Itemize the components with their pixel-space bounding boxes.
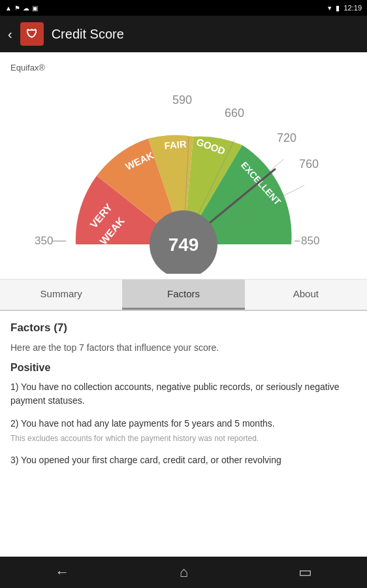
factors-description: Here are the top 7 factors that influenc…: [10, 342, 357, 353]
factor-note-2: This excludes accounts for which the pay…: [10, 433, 357, 444]
svg-text:720: 720: [277, 131, 296, 144]
app-title: Credit Score: [52, 27, 124, 42]
svg-text:749: 749: [168, 235, 199, 255]
wifi-icon: ▾: [328, 4, 332, 12]
gauge-wrapper: 590 660 720 760 350 850 VERY: [27, 78, 340, 274]
gauge-container: Equifax® 590 660 720 760 350 850: [0, 52, 367, 280]
positive-heading: Positive: [10, 362, 357, 374]
factor-item-2: 2) You have not had any late payments fo…: [10, 417, 357, 444]
app-icon: 🛡: [20, 22, 44, 46]
svg-text:760: 760: [299, 157, 319, 171]
app-bar: ‹ 🛡 Credit Score: [0, 16, 367, 52]
factor-text-3: 3) You opened your first charge card, cr…: [10, 453, 357, 467]
tab-summary[interactable]: Summary: [0, 280, 122, 310]
bottom-nav: ← ⌂ ▭: [0, 557, 367, 588]
factor-item-3: 3) You opened your first charge card, cr…: [10, 453, 357, 467]
tab-about[interactable]: About: [245, 280, 367, 310]
factor-item-1: 1) You have no collection accounts, nega…: [10, 380, 357, 408]
status-icon-4: ▣: [32, 5, 38, 12]
nav-recent-button[interactable]: ▭: [298, 564, 312, 581]
status-bar: ▲ ⚑ ☁ ▣ ▾ ▮ 12:19: [0, 0, 367, 16]
svg-text:350: 350: [35, 235, 53, 247]
equifax-label: Equifax®: [0, 60, 367, 78]
svg-text:660: 660: [225, 106, 244, 120]
svg-text:590: 590: [172, 93, 192, 106]
status-right: ▾ ▮ 12:19: [328, 4, 362, 12]
factors-title: Factors (7): [10, 321, 357, 335]
factor-text-2: 2) You have not had any late payments fo…: [10, 417, 357, 431]
svg-text:FAIR: FAIR: [164, 139, 187, 152]
nav-back-button[interactable]: ←: [55, 564, 69, 581]
back-button[interactable]: ‹: [8, 27, 12, 42]
tab-factors[interactable]: Factors: [122, 280, 244, 310]
factors-content: Factors (7) Here are the top 7 factors t…: [0, 311, 367, 575]
gauge-svg: 590 660 720 760 350 850 VERY: [27, 84, 340, 274]
time-display: 12:19: [343, 4, 362, 12]
nav-home-button[interactable]: ⌂: [180, 564, 188, 581]
status-icon-1: ▲: [5, 5, 12, 12]
svg-text:850: 850: [301, 235, 319, 247]
status-icon-2: ⚑: [14, 5, 20, 12]
status-icon-3: ☁: [23, 5, 29, 12]
factor-text-1: 1) You have no collection accounts, nega…: [10, 380, 357, 408]
battery-icon: ▮: [336, 4, 340, 12]
status-icons: ▲ ⚑ ☁ ▣: [5, 5, 38, 12]
tabs-bar: Summary Factors About: [0, 280, 367, 311]
